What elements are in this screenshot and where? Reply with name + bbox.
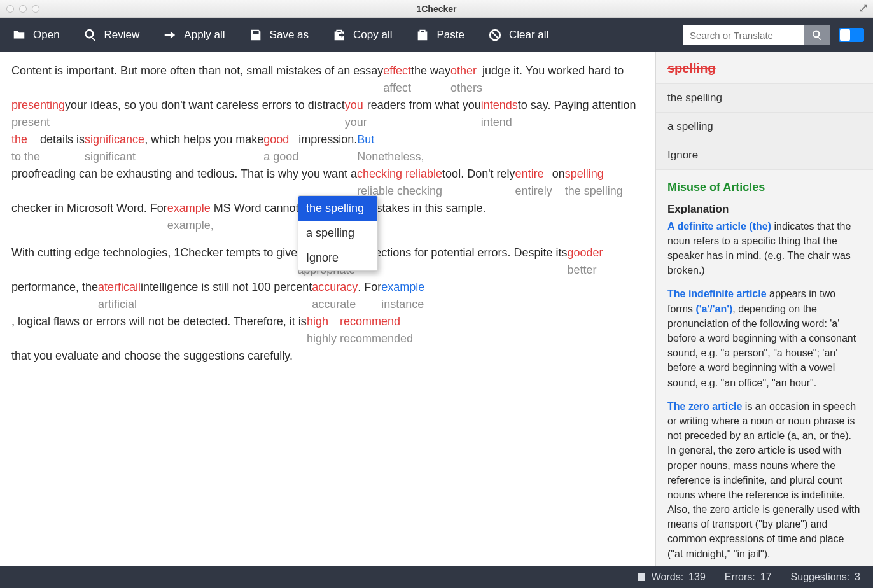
main-area: Content is important. But more often tha… bbox=[0, 52, 873, 566]
flagged-token[interactable]: theto the bbox=[11, 131, 40, 165]
suggestion-context-menu: the spellinga spellingIgnore bbox=[298, 195, 378, 271]
plus-icon bbox=[636, 572, 646, 582]
context-menu-item[interactable]: Ignore bbox=[298, 246, 377, 270]
apply-all-button[interactable]: Apply all bbox=[151, 18, 236, 52]
save-icon bbox=[248, 28, 263, 42]
sidebar-rule-title: Misuse of Articles bbox=[667, 179, 862, 195]
clear-all-button[interactable]: Clear all bbox=[476, 18, 560, 52]
clear-icon bbox=[487, 28, 503, 42]
flagged-token[interactable]: significancesignificant bbox=[85, 131, 144, 165]
open-label: Open bbox=[33, 29, 60, 41]
text-token: the way bbox=[411, 62, 450, 97]
sidebar-suggestion-item[interactable]: a spelling bbox=[656, 112, 873, 141]
status-bar: Words: 139 Errors: 17 Suggestions: 3 bbox=[0, 566, 873, 588]
status-words: Words: 139 bbox=[636, 571, 706, 583]
sidebar-para-indefinite: The indefinite article appears in two fo… bbox=[667, 286, 862, 389]
text-token: impression. bbox=[298, 131, 357, 165]
flagged-token[interactable]: highhighly bbox=[307, 313, 337, 347]
flagged-token[interactable]: gooderbetter bbox=[567, 244, 603, 279]
context-menu-item[interactable]: the spelling bbox=[298, 196, 377, 221]
apply-all-label: Apply all bbox=[184, 29, 225, 41]
flagged-token[interactable]: aterficailartificial bbox=[98, 279, 141, 313]
status-suggestions: Suggestions: 3 bbox=[791, 571, 860, 583]
sidebar-error-word: spelling bbox=[656, 52, 873, 83]
sidebar-para-definite: A definite article (the) indicates that … bbox=[667, 219, 862, 278]
text-token: intelligence is still not 100 percent bbox=[141, 279, 312, 313]
text-token: readers from what you bbox=[367, 97, 481, 131]
flagged-token[interactable]: entireentirely bbox=[515, 165, 552, 200]
arrow-right-icon bbox=[162, 28, 178, 42]
text-token: proofreading can be exhausting and tedio… bbox=[11, 165, 357, 200]
toggle-switch[interactable] bbox=[839, 28, 864, 42]
text-token: performance, the bbox=[11, 279, 98, 313]
paste-button[interactable]: Paste bbox=[403, 18, 475, 52]
flagged-token[interactable]: gooda good bbox=[263, 131, 298, 165]
context-menu-item[interactable]: a spelling bbox=[298, 221, 377, 246]
flagged-token[interactable]: checking reliablereliable checking bbox=[357, 165, 442, 200]
search-icon bbox=[811, 29, 823, 41]
text-token: on bbox=[552, 165, 565, 200]
window-title: 1Checker bbox=[0, 4, 873, 14]
clear-all-label: Clear all bbox=[509, 29, 548, 41]
clipboard-paste-icon bbox=[415, 28, 430, 42]
sidebar-suggestion-list: the spellinga spellingIgnore bbox=[656, 83, 873, 170]
sidebar-suggestion-item[interactable]: the spelling bbox=[656, 83, 873, 112]
kw-zero: The zero article bbox=[667, 401, 742, 412]
flagged-token[interactable]: accuracyaccurate bbox=[312, 279, 358, 313]
sidebar-explanation-heading: Explanation bbox=[667, 202, 862, 218]
text-token: details is bbox=[40, 131, 85, 165]
flagged-token[interactable]: effectaffect bbox=[383, 62, 411, 97]
review-button[interactable]: Review bbox=[71, 18, 151, 52]
paste-label: Paste bbox=[437, 29, 464, 41]
folder-icon bbox=[11, 28, 27, 42]
search-input[interactable] bbox=[683, 25, 804, 45]
editor-pane[interactable]: Content is important. But more often tha… bbox=[0, 52, 655, 566]
sidebar-suggestion-item[interactable]: Ignore bbox=[656, 141, 873, 170]
sidebar-para-zero: The zero article is an occasion in speec… bbox=[667, 399, 862, 561]
search-group bbox=[683, 25, 830, 45]
text-token: tool. Don't rely bbox=[442, 165, 515, 200]
copy-all-button[interactable]: Copy all bbox=[320, 18, 403, 52]
flagged-token[interactable]: recommendrecommended bbox=[340, 313, 413, 347]
suggestion-sidebar: spelling the spellinga spellingIgnore Mi… bbox=[655, 52, 873, 566]
main-toolbar: Open Review Apply all Save as Copy all P… bbox=[0, 18, 873, 52]
text-token: corrections for potential errors. Despit… bbox=[355, 244, 567, 279]
text-token: , logical flaws or errors will not be de… bbox=[11, 313, 307, 347]
text-token: . For bbox=[358, 279, 381, 313]
kw-indefinite: The indefinite article bbox=[667, 288, 767, 299]
flagged-token[interactable]: youyour bbox=[345, 97, 367, 131]
search-button[interactable] bbox=[804, 25, 830, 45]
text-token: judge it. You worked hard to bbox=[482, 62, 624, 97]
flagged-token[interactable]: ButNonetheless, bbox=[357, 131, 424, 165]
text-token: to say. Paying attention bbox=[518, 97, 636, 131]
kw-definite: A definite article (the) bbox=[667, 221, 771, 232]
text-token: your ideas, so you don't want careless e… bbox=[65, 97, 345, 131]
text-token: Content is important. But more often tha… bbox=[11, 62, 383, 97]
magnifier-icon bbox=[83, 28, 98, 42]
status-errors: Errors: 17 bbox=[725, 571, 772, 583]
window-titlebar: 1Checker bbox=[0, 0, 873, 18]
flagged-token[interactable]: spellingthe spelling bbox=[565, 165, 623, 200]
text-token: With cutting edge technologies, 1Checker… bbox=[11, 244, 297, 279]
text-token: , which helps you make bbox=[144, 131, 263, 165]
flagged-token[interactable]: exampleexample, bbox=[167, 200, 214, 234]
flagged-token[interactable]: exampleinstance bbox=[381, 279, 424, 313]
text-token: that you evaluate and choose the suggest… bbox=[11, 347, 293, 382]
copy-all-label: Copy all bbox=[353, 29, 392, 41]
sidebar-explanation: Misuse of Articles Explanation A definit… bbox=[656, 170, 873, 566]
kw-indefinite-forms: ('a'/'an') bbox=[695, 304, 732, 314]
clipboard-copy-icon bbox=[332, 28, 347, 42]
fullscreen-icon[interactable] bbox=[859, 4, 868, 13]
open-button[interactable]: Open bbox=[0, 18, 71, 52]
flagged-token[interactable]: intendsintend bbox=[481, 97, 518, 131]
save-as-button[interactable]: Save as bbox=[237, 18, 320, 52]
flagged-token[interactable]: presentingpresent bbox=[11, 97, 65, 131]
save-as-label: Save as bbox=[270, 29, 309, 41]
review-label: Review bbox=[104, 29, 140, 41]
text-token: checker in Microsoft Word. For bbox=[11, 200, 167, 234]
flagged-token[interactable]: otherothers bbox=[450, 62, 482, 97]
